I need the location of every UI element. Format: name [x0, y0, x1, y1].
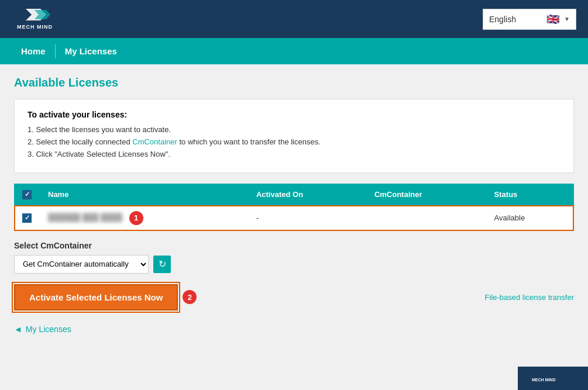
nav-my-licenses[interactable]: My Licenses	[56, 39, 126, 63]
cm-container-label: Select CmContainer	[14, 241, 574, 250]
instructions-title: To activate your licenses:	[27, 110, 561, 119]
cm-container-select[interactable]: Get CmContainer automatically	[14, 255, 149, 274]
instruction-step-1: 1. Select the licenses you want to activ…	[27, 125, 561, 134]
instructions-list: 1. Select the licenses you want to activ…	[27, 125, 561, 158]
row-cmcontainer-cell	[366, 205, 486, 232]
row-activated-on-cell: -	[248, 205, 366, 232]
page-title: Available Licenses	[14, 76, 574, 89]
main-content: Available Licenses To activate your lice…	[0, 64, 588, 346]
cm-container-row: Get CmContainer automatically ↻	[14, 255, 574, 274]
activate-button[interactable]: Activate Selected Licenses Now	[14, 284, 178, 310]
dropdown-arrow-icon: ▼	[564, 16, 570, 22]
nav-bar: Home My Licenses	[0, 38, 588, 64]
step-2-text-before: Select the locally connected	[36, 137, 132, 146]
instructions-box: To activate your licenses: 1. Select the…	[14, 99, 574, 173]
svg-text:MECH MIND: MECH MIND	[17, 24, 53, 30]
row-checkbox-cell	[14, 205, 40, 232]
step-2-text-after: to which you want to transfer the licens…	[179, 137, 320, 146]
step-2-num: 2.	[27, 137, 36, 146]
bottom-brand-bar: MECH MIND	[518, 367, 588, 390]
table-row: ██████ ███ ████ 1 - Available	[14, 205, 574, 232]
select-all-checkbox[interactable]	[22, 190, 32, 199]
file-transfer-link[interactable]: File-based license transfer	[485, 293, 574, 302]
logo-box: MECH MIND	[12, 2, 69, 36]
footer-nav-arrow-icon: ◄	[14, 325, 22, 334]
step-1-num: 1.	[27, 125, 36, 134]
footer-nav[interactable]: ◄ My Licenses	[14, 325, 574, 334]
col-name: Name	[40, 184, 248, 205]
step-3-num: 3.	[27, 150, 36, 158]
instruction-step-2: 2. Select the locally connected CmContai…	[27, 137, 561, 146]
mechmind-logo: MECH MIND	[14, 4, 67, 32]
step-badge-2: 2	[183, 290, 197, 304]
table-header: Name Activated On CmContainer Status	[14, 184, 574, 205]
license-name: ██████ ███ ████	[48, 213, 122, 222]
instruction-step-3: 3. Click "Activate Selected Licenses Now…	[27, 150, 561, 158]
step-badge-1: 1	[129, 211, 143, 225]
activate-btn-wrapper: Activate Selected Licenses Now 2	[14, 284, 197, 310]
licenses-table: Name Activated On CmContainer Status ███…	[14, 184, 574, 232]
language-label: English	[489, 15, 542, 24]
language-selector[interactable]: English 🇬🇧 ▼	[483, 9, 576, 30]
row-checkbox[interactable]	[22, 213, 32, 223]
step-2-link: CmContainer	[132, 137, 177, 146]
footer-nav-label: My Licenses	[26, 325, 71, 334]
table-body: ██████ ███ ████ 1 - Available	[14, 205, 574, 232]
step-3-text: Click "Activate Selected Licenses Now".	[36, 150, 170, 158]
svg-text:MECH MIND: MECH MIND	[532, 378, 555, 382]
row-name-cell: ██████ ███ ████ 1	[40, 205, 248, 232]
action-row: Activate Selected Licenses Now 2 File-ba…	[14, 284, 574, 310]
top-bar: MECH MIND English 🇬🇧 ▼	[0, 0, 588, 38]
table-header-row: Name Activated On CmContainer Status	[14, 184, 574, 205]
col-checkbox	[14, 184, 40, 205]
nav-home[interactable]: Home	[12, 39, 55, 63]
bottom-logo: MECH MIND	[529, 370, 576, 387]
flag-icon: 🇬🇧	[546, 13, 559, 26]
refresh-button[interactable]: ↻	[153, 256, 171, 273]
col-activated-on: Activated On	[248, 184, 366, 205]
row-status-cell: Available	[486, 205, 574, 232]
col-cmcontainer: CmContainer	[366, 184, 486, 205]
step-1-text: Select the licenses you want to activate…	[36, 125, 171, 134]
logo-area: MECH MIND	[12, 2, 69, 36]
col-status: Status	[486, 184, 574, 205]
